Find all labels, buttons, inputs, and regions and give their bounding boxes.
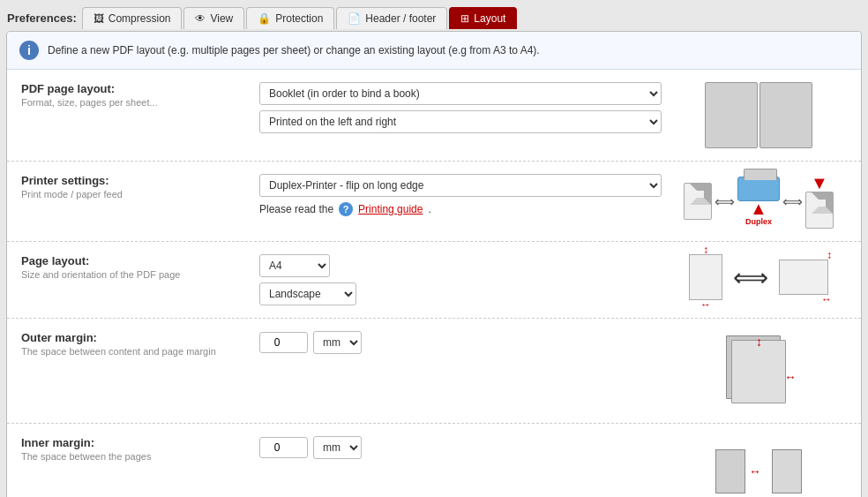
duplex-arrow-right: ⟺ [782, 193, 803, 210]
inner-page-left [715, 449, 745, 493]
outer-margin-subtitle: The space between content and page margi… [21, 346, 251, 357]
outer-margin-label: Outer margin: The space between content … [21, 331, 251, 357]
outer-margin-input-row: mm cm in [259, 331, 662, 354]
booklet-page-left [705, 82, 758, 148]
inner-margin-unit[interactable]: mm cm in [313, 436, 362, 459]
printer-settings-section: Printer settings: Print mode / paper fee… [7, 162, 861, 242]
landscape-arrow-right: ↕ [827, 249, 832, 261]
layout-icon: ⊞ [460, 12, 469, 25]
protection-icon: 🔒 [258, 12, 271, 25]
inner-margin-label: Inner margin: The space between the page… [21, 436, 251, 462]
outer-margin-input[interactable] [259, 332, 308, 353]
inner-margin-subtitle: The space between the pages [21, 451, 251, 462]
duplex-printer: ▲ Duplex [737, 177, 780, 226]
outer-margin-visual: ↕ ↔ [670, 331, 847, 410]
duplex-label: Duplex [745, 217, 772, 226]
tab-protection-label: Protection [275, 12, 323, 25]
portrait-page [689, 254, 722, 300]
outer-margin-diagram: ↕ ↔ [719, 331, 798, 410]
printing-guide-prefix: Please read the [259, 203, 333, 215]
tab-view[interactable]: 👁 View [183, 7, 244, 29]
page-layout-diagram: ↕ ↔ ⟺ ↕ ↔ [689, 254, 828, 300]
page-layout-subtitle: Size and orientation of the PDF page [21, 269, 251, 280]
tab-view-label: View [210, 12, 233, 25]
info-icon: i [19, 41, 39, 60]
page-layout-title: Page layout: [21, 254, 251, 267]
pdf-page-layout-section: PDF page layout: Format, size, pages per… [7, 70, 861, 162]
margin-arrow-right: ↔ [784, 370, 797, 384]
printer-body [737, 177, 780, 201]
duplex-diagram: ⟺ ▲ Duplex ⟺ ▼ [684, 174, 834, 229]
page-orientation-dropdown[interactable]: Landscape Portrait [259, 282, 356, 305]
printing-guide-link[interactable]: Printing guide [358, 203, 423, 215]
page-arrow-down: ▼ [811, 174, 828, 192]
duplex-page-right [805, 192, 834, 229]
inner-margin-arrow: ↔ [749, 464, 761, 478]
info-text: Define a new PDF layout (e.g. multiple p… [48, 44, 540, 56]
inner-margin-diagram: ↔ [719, 436, 798, 497]
inner-margin-section: Inner margin: The space between the page… [7, 424, 861, 497]
duplex-page-left [684, 183, 712, 220]
tab-header-footer[interactable]: 📄 Header / footer [336, 7, 447, 29]
margin-arrow-top: ↕ [756, 335, 762, 349]
page-layout-section: Page layout: Size and orientation of the… [7, 242, 861, 319]
printing-guide-row: Please read the ? Printing guide. [259, 202, 662, 216]
inner-margin-title: Inner margin: [21, 436, 251, 449]
printer-settings-visual: ⟺ ▲ Duplex ⟺ ▼ [670, 174, 847, 229]
inner-margin-controls: mm cm in [259, 436, 662, 459]
tab-compression-label: Compression [108, 12, 171, 25]
duplex-arrow-left: ⟺ [715, 193, 735, 210]
printer-settings-dropdown[interactable]: Duplex-Printer - flip on long edge Simpl… [259, 174, 662, 197]
landscape-page [779, 260, 828, 295]
pdf-page-layout-visual [670, 82, 847, 148]
printer-settings-title: Printer settings: [21, 174, 251, 187]
portrait-arrow-up: ↕ [703, 244, 708, 256]
tab-protection[interactable]: 🔒 Protection [246, 7, 334, 29]
printing-guide-period: . [428, 203, 430, 215]
printer-settings-controls: Duplex-Printer - flip on long edge Simpl… [259, 174, 662, 216]
pdf-page-layout-subtitle: Format, size, pages per sheet... [21, 97, 251, 108]
outer-margin-title: Outer margin: [21, 331, 251, 344]
page-layout-controls: A4 A3 Letter Legal Landscape Portrait [259, 254, 662, 305]
pdf-page-layout-label: PDF page layout: Format, size, pages per… [21, 82, 251, 108]
margin-front-page [731, 340, 786, 403]
inner-margin-input-row: mm cm in [259, 436, 662, 459]
pdf-page-layout-dropdown1[interactable]: Booklet (in order to bind a book) Normal… [259, 82, 662, 105]
printer-arrow-up: ▲ [750, 200, 767, 217]
portrait-page-container: ↕ ↔ [689, 254, 722, 300]
page-layout-visual: ↕ ↔ ⟺ ↕ ↔ [670, 254, 847, 300]
info-bar: i Define a new PDF layout (e.g. multiple… [7, 32, 861, 70]
preferences-label: Preferences: [7, 11, 77, 25]
outer-margin-section: Outer margin: The space between content … [7, 319, 861, 424]
outer-margin-unit[interactable]: mm cm in [313, 331, 362, 354]
page-size-dropdown[interactable]: A4 A3 Letter Legal [259, 254, 330, 277]
pdf-page-layout-dropdown2[interactable]: Printed on the left and right Printed on… [259, 110, 662, 133]
printer-settings-subtitle: Print mode / paper feed [21, 189, 251, 200]
pdf-page-layout-title: PDF page layout: [21, 82, 251, 95]
header-footer-icon: 📄 [348, 12, 361, 25]
tab-layout[interactable]: ⊞ Layout [449, 7, 517, 29]
page-layout-label: Page layout: Size and orientation of the… [21, 254, 251, 280]
inner-margin-visual: ↔ [670, 436, 847, 497]
portrait-arrow-down: ↔ [700, 298, 711, 311]
tab-header-footer-label: Header / footer [365, 12, 436, 25]
tab-layout-label: Layout [474, 12, 505, 25]
tab-compression[interactable]: 🖼 Compression [82, 7, 183, 29]
help-icon: ? [339, 202, 353, 216]
transform-arrow: ⟺ [733, 263, 768, 292]
pdf-page-layout-controls: Booklet (in order to bind a book) Normal… [259, 82, 662, 133]
booklet-page-right [760, 82, 812, 148]
main-panel: i Define a new PDF layout (e.g. multiple… [6, 31, 862, 497]
inner-margin-input[interactable] [259, 437, 308, 458]
outer-margin-controls: mm cm in [259, 331, 662, 354]
view-icon: 👁 [195, 12, 206, 25]
tabs-bar: Preferences: 🖼 Compression 👁 View 🔒 Prot… [0, 0, 868, 29]
printer-settings-label: Printer settings: Print mode / paper fee… [21, 174, 251, 200]
inner-pages-row: ↔ [715, 449, 802, 493]
landscape-arrow-bottom: ↔ [821, 293, 832, 305]
landscape-page-container: ↕ ↔ [779, 260, 828, 295]
compression-icon: 🖼 [94, 12, 104, 25]
inner-page-right [772, 449, 802, 493]
booklet-diagram [705, 82, 812, 148]
